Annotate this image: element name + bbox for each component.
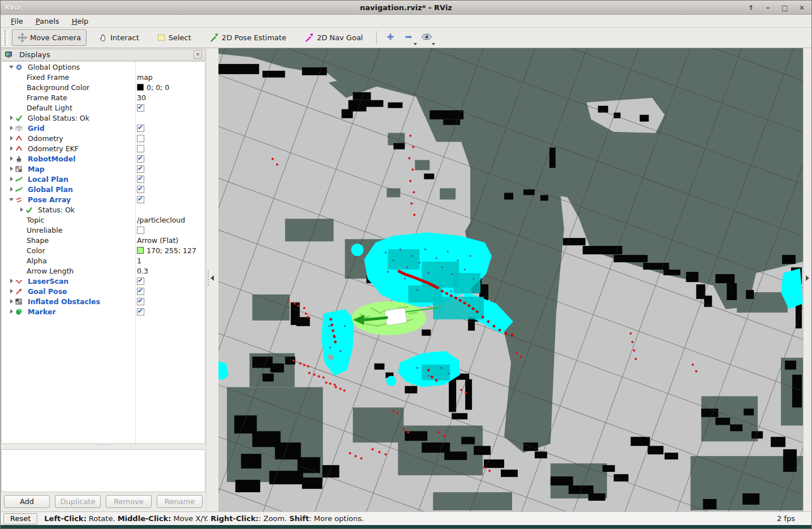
property-value[interactable]: /particlecloud [137,216,185,224]
tool-pose-estimate[interactable]: 2D Pose Estimate [204,29,292,46]
checkbox-checked[interactable] [137,155,144,163]
expander-closed-icon[interactable] [7,309,15,314]
close-button[interactable]: ✕ [798,4,806,12]
titlebar[interactable]: RViz navigation.rviz* - RViz ↑–□✕ [1,1,811,15]
display-row-global-plan[interactable]: Global Plan [2,184,205,194]
property-value[interactable]: 1 [137,257,141,265]
expander-closed-icon[interactable] [7,187,15,191]
display-row-inflated-obstacles[interactable]: Inflated Obstacles [2,296,205,306]
reset-button[interactable]: Reset [3,513,37,524]
display-row-grid[interactable]: Grid [2,123,205,133]
expander-closed-icon[interactable] [7,156,15,161]
display-row-topic[interactable]: Topic/particlecloud [2,215,205,225]
display-row-global-options[interactable]: Global Options [2,62,205,72]
display-row-goal-pose[interactable]: Goal Pose [2,286,205,296]
property-value[interactable] [137,165,144,173]
display-row-local-plan[interactable]: Local Plan [2,174,205,184]
checkbox-checked[interactable] [137,196,144,203]
expander-closed-icon[interactable] [7,136,15,140]
display-row-marker[interactable]: Marker [2,306,205,317]
display-row-shape[interactable]: ShapeArrow (Flat) [2,235,205,245]
display-row-pose-array[interactable]: Pose Array [2,194,205,204]
menu-file[interactable]: File [6,16,28,27]
checkbox-checked[interactable] [137,278,144,285]
expander-closed-icon[interactable] [7,116,15,120]
display-row-unreliable[interactable]: Unreliable [2,225,205,235]
property-value[interactable] [137,145,144,152]
camera-view-button[interactable] [419,31,434,45]
expander-open-icon[interactable] [7,198,15,201]
map-canvas[interactable] [218,48,803,511]
display-row-robotmodel[interactable]: RobotModel [2,153,205,164]
tree-resize-grip[interactable]: ····· [1,444,205,449]
property-value[interactable]: 0.3 [137,267,148,275]
checkbox-checked[interactable] [137,308,144,315]
checkbox-checked[interactable] [137,104,144,112]
display-row-frame-rate[interactable]: Frame Rate30 [2,92,205,103]
maximize-button[interactable]: □ [781,4,789,12]
display-row-arrow-length[interactable]: Arrow Length0.3 [2,266,205,276]
display-row-alpha[interactable]: Alpha1 [2,255,205,266]
tool-interact[interactable]: Interact [93,30,145,45]
expander-closed-icon[interactable] [18,207,25,212]
dropdown-caret-icon[interactable] [414,43,417,45]
checkbox-checked[interactable] [137,176,144,183]
toolbar-grip[interactable] [3,31,7,45]
tool-nav-goal[interactable]: 2D Nav Goal [299,29,369,46]
property-value[interactable] [137,125,144,132]
expander-closed-icon[interactable] [7,146,15,151]
property-value[interactable] [137,155,144,163]
property-value[interactable] [137,298,144,305]
dropdown-caret-icon[interactable] [432,43,435,45]
tool-move-camera[interactable]: Move Camera [12,29,87,46]
expander-closed-icon[interactable] [7,177,15,181]
checkbox-unchecked[interactable] [137,227,144,234]
displays-panel-header[interactable]: Displays ✕ [1,49,205,61]
property-value[interactable]: 0; 0; 0 [137,83,169,92]
display-row-color[interactable]: Color170; 255; 127 [2,245,205,255]
minimize-button[interactable]: – [764,4,772,12]
property-value[interactable] [137,135,144,142]
shade-button[interactable]: ↑ [747,4,755,12]
display-row-fixed-frame[interactable]: Fixed Framemap [2,72,205,82]
display-row-laserscan[interactable]: LaserScan [2,276,205,286]
expander-closed-icon[interactable] [7,289,15,293]
property-value[interactable] [137,288,144,295]
menu-panels[interactable]: Panels [31,16,64,27]
property-value[interactable] [137,196,144,203]
property-value[interactable]: Arrow (Flat) [137,236,178,245]
3d-viewport[interactable] [218,48,803,511]
checkbox-checked[interactable] [137,288,144,295]
menu-help[interactable]: Help [67,16,93,27]
property-value[interactable]: 170; 255; 127 [137,246,196,255]
panel-splitter[interactable] [206,48,218,511]
checkbox-checked[interactable] [137,165,144,173]
collapse-right-icon[interactable] [806,275,809,281]
displays-close-icon[interactable]: ✕ [194,50,202,59]
display-row-odometry-ekf[interactable]: Odometry EKF [2,143,205,153]
expander-closed-icon[interactable] [7,279,15,283]
splitter-grip[interactable] [208,270,209,287]
property-value[interactable] [137,278,144,285]
property-value[interactable] [137,186,144,193]
expander-closed-icon[interactable] [7,299,15,304]
display-row-background-color[interactable]: Background Color0; 0; 0 [2,82,205,92]
checkbox-checked[interactable] [137,298,144,305]
property-value[interactable]: 30 [137,93,146,102]
tool-select[interactable]: Select [152,30,197,45]
property-value[interactable] [137,227,144,234]
checkbox-unchecked[interactable] [137,135,144,142]
expander-closed-icon[interactable] [7,126,15,130]
property-value[interactable]: map [137,73,153,82]
checkbox-checked[interactable] [137,125,144,132]
checkbox-unchecked[interactable] [137,145,144,152]
property-value[interactable] [137,308,144,315]
checkbox-checked[interactable] [137,186,144,193]
zoom-in-button[interactable] [383,31,398,45]
property-value[interactable] [137,176,144,183]
expander-open-icon[interactable] [7,66,15,69]
display-row-global-status-ok[interactable]: Global Status: Ok [2,113,205,123]
zoom-out-button[interactable] [401,31,416,45]
display-row-odometry[interactable]: Odometry [2,133,205,143]
collapse-left-icon[interactable] [210,275,214,281]
